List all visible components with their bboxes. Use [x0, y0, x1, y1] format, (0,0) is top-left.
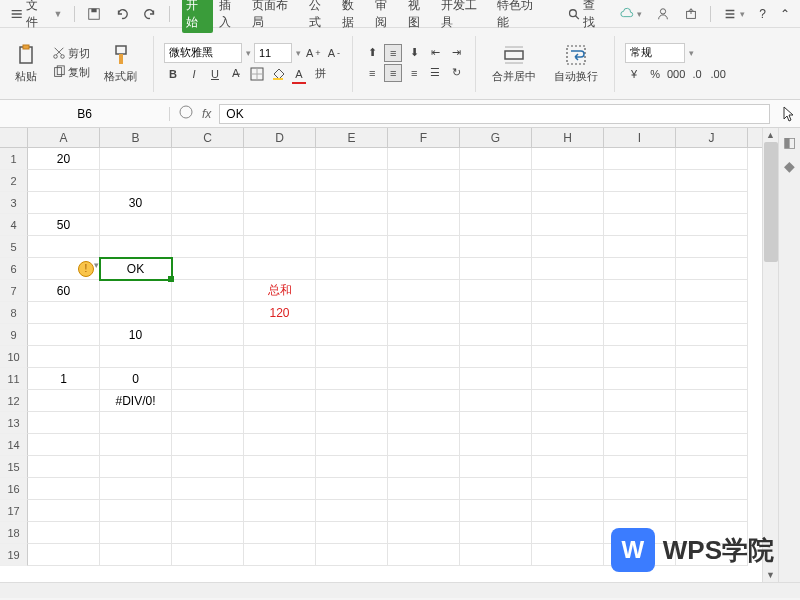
cell[interactable] — [388, 456, 460, 478]
cell[interactable] — [244, 346, 316, 368]
help-button[interactable]: ? — [755, 5, 770, 23]
save-button[interactable] — [83, 5, 105, 23]
percent-button[interactable]: % — [646, 65, 664, 83]
cell[interactable] — [388, 346, 460, 368]
tab-review[interactable]: 审阅 — [371, 0, 402, 33]
cell[interactable] — [460, 346, 532, 368]
align-top-button[interactable]: ⬆ — [363, 44, 381, 62]
select-all-corner[interactable] — [0, 128, 28, 147]
share-button[interactable] — [680, 5, 702, 23]
cell[interactable] — [316, 434, 388, 456]
cell[interactable]: 60 — [28, 280, 100, 302]
justify-button[interactable]: ☰ — [426, 64, 444, 82]
cell[interactable] — [316, 236, 388, 258]
cell[interactable] — [28, 236, 100, 258]
font-color-button[interactable]: A — [290, 65, 308, 83]
cell[interactable] — [604, 412, 676, 434]
row-header[interactable]: 15 — [0, 456, 28, 478]
cell[interactable] — [460, 324, 532, 346]
cell[interactable] — [460, 500, 532, 522]
column-header[interactable]: I — [604, 128, 676, 147]
italic-button[interactable]: I — [185, 65, 203, 83]
cell[interactable] — [244, 258, 316, 280]
column-header[interactable]: A — [28, 128, 100, 147]
cell[interactable] — [28, 302, 100, 324]
cell[interactable] — [676, 280, 748, 302]
cell[interactable] — [388, 368, 460, 390]
cell[interactable] — [100, 522, 172, 544]
cell[interactable] — [604, 478, 676, 500]
undo-button[interactable] — [111, 5, 133, 23]
cell[interactable] — [604, 302, 676, 324]
column-header[interactable]: C — [172, 128, 244, 147]
cell[interactable] — [604, 324, 676, 346]
column-header[interactable]: D — [244, 128, 316, 147]
cell[interactable] — [388, 500, 460, 522]
cell[interactable] — [172, 258, 244, 280]
cell[interactable]: 10 — [100, 324, 172, 346]
vertical-scrollbar[interactable]: ▲ ▼ — [762, 128, 778, 582]
cell[interactable]: 0 — [100, 368, 172, 390]
align-right-button[interactable]: ≡ — [405, 64, 423, 82]
row-header[interactable]: 17 — [0, 500, 28, 522]
cell[interactable] — [244, 522, 316, 544]
cell[interactable] — [676, 236, 748, 258]
name-box[interactable] — [0, 107, 170, 121]
cell[interactable] — [388, 390, 460, 412]
search-button[interactable]: 查找 — [563, 0, 610, 33]
cell[interactable] — [532, 192, 604, 214]
cell[interactable] — [244, 412, 316, 434]
cell[interactable] — [100, 214, 172, 236]
cell[interactable] — [460, 456, 532, 478]
cell[interactable] — [172, 368, 244, 390]
cell[interactable] — [316, 412, 388, 434]
cell[interactable] — [532, 456, 604, 478]
row-header[interactable]: 1 — [0, 148, 28, 170]
cell[interactable] — [100, 478, 172, 500]
cell[interactable] — [28, 170, 100, 192]
cell[interactable] — [532, 302, 604, 324]
cell[interactable] — [388, 280, 460, 302]
cell[interactable] — [172, 412, 244, 434]
increase-decimal-button[interactable]: .0 — [688, 65, 706, 83]
cell[interactable] — [244, 214, 316, 236]
decrease-decimal-button[interactable]: .00 — [709, 65, 727, 83]
cell[interactable] — [388, 478, 460, 500]
cell[interactable] — [604, 148, 676, 170]
cell[interactable] — [676, 500, 748, 522]
cell[interactable]: 20 — [28, 148, 100, 170]
number-format-combo[interactable] — [625, 43, 685, 63]
cell[interactable] — [172, 324, 244, 346]
cell[interactable] — [172, 280, 244, 302]
cell[interactable] — [460, 544, 532, 566]
cell[interactable] — [244, 236, 316, 258]
list-button[interactable]: ▾ — [719, 5, 749, 23]
cell[interactable] — [316, 280, 388, 302]
cell[interactable]: 120 — [244, 302, 316, 324]
cell[interactable] — [100, 148, 172, 170]
cell[interactable] — [532, 170, 604, 192]
underline-button[interactable]: U — [206, 65, 224, 83]
cell[interactable] — [316, 214, 388, 236]
side-panel-item[interactable]: ◆ — [784, 158, 795, 174]
cell[interactable] — [316, 324, 388, 346]
cell[interactable]: 1 — [28, 368, 100, 390]
cell[interactable] — [532, 412, 604, 434]
cell[interactable] — [460, 478, 532, 500]
cell[interactable]: #DIV/0! — [100, 390, 172, 412]
comma-button[interactable]: 000 — [667, 65, 685, 83]
cell[interactable] — [100, 500, 172, 522]
cell[interactable] — [172, 170, 244, 192]
cell[interactable] — [100, 280, 172, 302]
cell[interactable] — [460, 280, 532, 302]
cell[interactable] — [316, 302, 388, 324]
cell[interactable] — [100, 302, 172, 324]
cell[interactable] — [28, 324, 100, 346]
cell[interactable] — [172, 522, 244, 544]
cell[interactable] — [532, 324, 604, 346]
border-button[interactable] — [248, 65, 266, 83]
cell[interactable] — [604, 434, 676, 456]
cell[interactable] — [244, 544, 316, 566]
cell[interactable] — [100, 544, 172, 566]
cell[interactable] — [100, 412, 172, 434]
